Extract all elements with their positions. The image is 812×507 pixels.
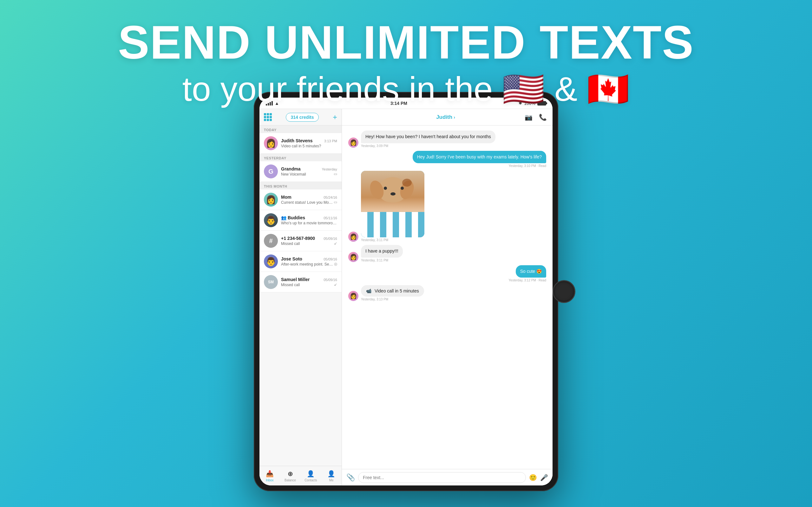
message-bubble: Hey! How have you been? I haven't heard … bbox=[361, 130, 496, 143]
sender-avatar: 👩 bbox=[348, 137, 358, 148]
avatar-judith bbox=[264, 136, 278, 150]
message-content: Hey Jud! Sorry I've been busy with my ex… bbox=[413, 151, 546, 168]
conversation-list: TODAY Judith Stevens 3:13 PM Video call … bbox=[259, 125, 342, 466]
conversation-item[interactable]: 👥 Buddies 05/11/16 Who's up for a movie … bbox=[259, 210, 342, 231]
message-bubble: I have a puppy!!! bbox=[361, 245, 403, 258]
conv-preview: Missed call bbox=[281, 241, 300, 246]
contact-name-text: Judith bbox=[436, 114, 452, 120]
conv-top: Grandma Yesterday bbox=[281, 166, 337, 171]
conv-info: 👥 Buddies 05/11/16 Who's up for a movie … bbox=[281, 215, 337, 225]
missed-call-icon: ↙ bbox=[334, 241, 337, 245]
conv-preview: Video call in 5 minutes? bbox=[281, 144, 337, 148]
message-row: 👩 I have a puppy!!! Yesterday, 3:11 PM bbox=[348, 245, 546, 262]
screen: ▲ 3:14 PM ✱ 100% bbox=[259, 98, 553, 486]
sender-avatar: 👩 bbox=[348, 232, 358, 242]
contacts-icon: 👤 bbox=[307, 470, 315, 477]
tab-inbox-label: Inbox bbox=[266, 478, 273, 482]
avatar-hash: # bbox=[264, 234, 278, 248]
conv-preview: Who's up for a movie tommorow night? bbox=[281, 221, 337, 225]
grid-dot bbox=[264, 113, 266, 115]
conv-top: Mom 05/24/16 bbox=[281, 194, 337, 200]
avatar-samuel: SM bbox=[264, 275, 278, 289]
conv-name: Grandma bbox=[281, 166, 300, 171]
conv-name: Mom bbox=[281, 194, 292, 200]
grid-dot bbox=[267, 119, 269, 121]
ipad-wrapper: ▲ 3:14 PM ✱ 100% bbox=[254, 92, 558, 491]
conv-time: 05/09/16 bbox=[323, 278, 337, 282]
left-header: 314 credits + bbox=[259, 109, 342, 125]
message-meta: Yesterday, 3:13 PM bbox=[361, 297, 424, 301]
message-row: So cute 😍 Yesterday, 3:12 PM · Read bbox=[348, 265, 546, 282]
phone-icon[interactable]: 📞 bbox=[539, 113, 547, 121]
section-header-thismonth: THIS MONTH bbox=[259, 182, 342, 189]
video-call-bubble-icon: 📹 bbox=[366, 288, 371, 293]
message-input[interactable] bbox=[358, 472, 526, 483]
conv-preview-row: Missed call ↙ bbox=[281, 282, 337, 287]
left-panel: 314 credits + TODAY Judith S bbox=[259, 109, 342, 486]
conv-top: +1 234-567-8900 05/09/16 bbox=[281, 236, 337, 241]
message-bubble: So cute 😍 bbox=[516, 265, 546, 278]
chat-contact-name[interactable]: Judith › bbox=[436, 114, 455, 120]
credits-button[interactable]: 314 credits bbox=[286, 113, 318, 122]
conv-preview-row: After-work meeting point. See you there!… bbox=[281, 262, 337, 267]
mic-button[interactable]: 🎤 bbox=[540, 474, 548, 481]
voicemail-icon: ▭ bbox=[334, 172, 337, 176]
home-button[interactable] bbox=[553, 280, 575, 303]
conv-top: Judith Stevens 3:13 PM bbox=[281, 138, 337, 143]
conversation-item[interactable]: SM Samuel Miller 05/09/16 Missed call ↙ bbox=[259, 272, 342, 292]
ipad-frame: ▲ 3:14 PM ✱ 100% bbox=[254, 92, 558, 491]
add-button[interactable]: + bbox=[333, 113, 337, 122]
video-call-bubble: 📹 Video call in 5 minutes bbox=[361, 285, 424, 297]
video-call-text: Video call in 5 minutes bbox=[374, 288, 419, 293]
conv-name: Jose Soto bbox=[281, 257, 302, 262]
message-meta: Yesterday, 3:11 PM bbox=[361, 259, 403, 262]
conversation-item[interactable]: Jose Soto 05/09/16 After-work meeting po… bbox=[259, 251, 342, 272]
conv-info: Grandma Yesterday New Voicemail ▭ bbox=[281, 166, 337, 176]
tab-me[interactable]: 👤 Me bbox=[321, 466, 342, 486]
header-area: SEND UNLIMITED TEXTS to your friends in … bbox=[0, 0, 812, 109]
subheadline: to your friends in the 🇺🇸 & 🇨🇦 bbox=[0, 69, 812, 109]
tab-contacts[interactable]: 👤 Contacts bbox=[301, 466, 321, 486]
message-row: 👩 Hey! How have you been? I haven't hear… bbox=[348, 130, 546, 148]
section-header-today: TODAY bbox=[259, 125, 342, 133]
conversation-item[interactable]: Judith Stevens 3:13 PM Video call in 5 m… bbox=[259, 133, 342, 154]
conv-time: 05/24/16 bbox=[323, 195, 337, 199]
conv-name: Samuel Miller bbox=[281, 277, 310, 282]
message-content: I have a puppy!!! Yesterday, 3:11 PM bbox=[361, 245, 403, 262]
conv-name: 👥 Buddies bbox=[281, 215, 305, 220]
conv-time: 05/09/16 bbox=[323, 257, 337, 261]
conversation-item[interactable]: G Grandma Yesterday New Voicemail ▭ bbox=[259, 161, 342, 182]
tab-balance[interactable]: ⊕ Balance bbox=[280, 466, 301, 486]
tab-inbox[interactable]: 📥 Inbox bbox=[259, 466, 280, 486]
conv-top: Jose Soto 05/09/16 bbox=[281, 257, 337, 262]
avatar-jose bbox=[264, 255, 278, 268]
conversation-item[interactable]: # +1 234-567-8900 05/09/16 Missed call ↙ bbox=[259, 231, 342, 251]
missed-call-icon: ↙ bbox=[334, 282, 337, 287]
video-call-icon[interactable]: 📷 bbox=[525, 113, 532, 121]
right-panel: Judith › 📷 📞 👩 bbox=[342, 109, 553, 486]
conv-preview: Missed call bbox=[281, 283, 300, 287]
avatar-grandma: G bbox=[264, 164, 278, 178]
messages-area: 👩 Hey! How have you been? I haven't hear… bbox=[342, 125, 553, 469]
tab-contacts-label: Contacts bbox=[305, 478, 317, 482]
conv-preview-row: New Voicemail ▭ bbox=[281, 171, 337, 176]
conv-time: 3:13 PM bbox=[324, 139, 337, 143]
conv-time: 05/11/16 bbox=[323, 216, 337, 220]
avatar-buddies bbox=[264, 213, 278, 227]
attach-button[interactable]: 📎 bbox=[346, 473, 355, 482]
message-row: 👩 📹 Video call in 5 minutes Yesterday, 3… bbox=[348, 285, 546, 301]
conv-info: +1 234-567-8900 05/09/16 Missed call ↙ bbox=[281, 236, 337, 246]
location-icon: ◎ bbox=[334, 262, 337, 266]
section-header-yesterday: YESTERDAY bbox=[259, 154, 342, 161]
ipad-screen: ▲ 3:14 PM ✱ 100% bbox=[259, 98, 553, 486]
app-content: 314 credits + TODAY Judith S bbox=[259, 109, 553, 486]
chat-actions: 📷 📞 bbox=[525, 113, 547, 121]
avatar-mom bbox=[264, 193, 278, 207]
emoji-button[interactable]: 🙂 bbox=[529, 474, 537, 481]
message-content: Hey! How have you been? I haven't heard … bbox=[361, 130, 496, 148]
conv-time: Yesterday bbox=[322, 167, 337, 171]
grid-icon[interactable] bbox=[264, 113, 272, 121]
conv-name: +1 234-567-8900 bbox=[281, 236, 315, 241]
conversation-item[interactable]: Mom 05/24/16 Current status! Love you Mo… bbox=[259, 189, 342, 210]
grid-dot bbox=[267, 113, 269, 115]
